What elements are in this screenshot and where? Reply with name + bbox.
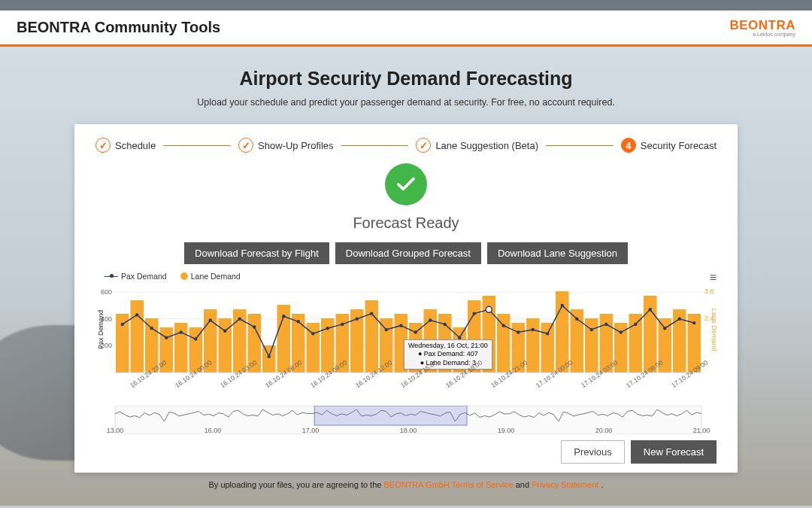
brand-name: BEONTRA bbox=[729, 19, 795, 32]
success-check-icon bbox=[385, 163, 427, 205]
tooltip-line: ● Pax Demand: 407 bbox=[408, 350, 488, 358]
svg-point-68 bbox=[385, 328, 388, 331]
svg-rect-36 bbox=[497, 314, 511, 373]
check-icon: ✓ bbox=[238, 138, 253, 153]
step-label: Show-Up Profiles bbox=[258, 140, 333, 151]
brand-tagline: a Leidos company bbox=[729, 32, 795, 37]
svg-text:18.00: 18.00 bbox=[400, 427, 417, 434]
svg-point-56 bbox=[209, 318, 212, 321]
previous-button[interactable]: Previous bbox=[561, 440, 625, 464]
svg-point-84 bbox=[620, 330, 623, 333]
step-label: Lane Suggestion (Beta) bbox=[435, 140, 538, 151]
svg-point-85 bbox=[634, 323, 637, 326]
check-icon: ✓ bbox=[416, 138, 431, 153]
chart-x-labels: 16.10.24 23:0016.10.24 00:0016.10.24 03:… bbox=[115, 383, 701, 404]
line-marker-icon bbox=[105, 273, 118, 279]
svg-point-62 bbox=[297, 320, 300, 323]
svg-text:21.00: 21.00 bbox=[693, 427, 710, 434]
svg-rect-39 bbox=[541, 323, 555, 373]
svg-point-54 bbox=[180, 330, 183, 333]
new-forecast-button[interactable]: New Forecast bbox=[631, 440, 717, 464]
check-icon: ✓ bbox=[95, 138, 111, 153]
legend-lane[interactable]: Lane Demand bbox=[180, 272, 241, 281]
disclaimer-text: By uploading your files, you are agreein… bbox=[208, 480, 383, 489]
privacy-link[interactable]: Privacy Statement bbox=[532, 480, 598, 489]
svg-text:Pax Demand: Pax Demand bbox=[97, 310, 105, 349]
svg-point-69 bbox=[399, 324, 402, 327]
hero-section: Airport Security Demand Forecasting Uplo… bbox=[0, 47, 812, 506]
chart-navigator[interactable]: 13.0016.0017.0018.0019.0020.0021.00 bbox=[95, 406, 717, 434]
disclaimer-text: and bbox=[516, 480, 532, 489]
svg-text:600: 600 bbox=[101, 288, 112, 296]
step-lane[interactable]: ✓ Lane Suggestion (Beta) bbox=[416, 138, 538, 153]
svg-point-89 bbox=[692, 321, 695, 324]
step-number-icon: 4 bbox=[621, 138, 636, 153]
tooltip-header: Wednesday, 16 Oct, 21:00 bbox=[408, 342, 488, 350]
bar-marker-icon bbox=[180, 272, 188, 280]
step-forecast[interactable]: 4 Security Forecast bbox=[621, 138, 717, 153]
svg-text:16.00: 16.00 bbox=[205, 427, 222, 434]
download-grouped-button[interactable]: Download Grouped Forecast bbox=[335, 242, 481, 264]
step-connector bbox=[163, 145, 231, 146]
app-title: BEONTRA Community Tools bbox=[17, 19, 220, 36]
download-lane-button[interactable]: Download Lane Suggestion bbox=[487, 242, 628, 264]
svg-point-66 bbox=[356, 318, 359, 321]
svg-point-65 bbox=[341, 323, 344, 326]
svg-text:13.00: 13.00 bbox=[107, 427, 124, 434]
ready-heading: Forecast Ready bbox=[95, 214, 717, 232]
svg-point-59 bbox=[253, 325, 256, 328]
svg-point-70 bbox=[414, 330, 417, 333]
svg-point-55 bbox=[194, 337, 197, 340]
svg-point-58 bbox=[238, 318, 241, 321]
svg-point-72 bbox=[444, 323, 447, 326]
step-schedule[interactable]: ✓ Schedule bbox=[95, 138, 156, 153]
terms-link[interactable]: BEONTRA GmbH Terms of Service bbox=[383, 480, 513, 489]
download-by-flight-button[interactable]: Download Forecast by Flight bbox=[184, 242, 329, 264]
svg-point-74 bbox=[473, 312, 476, 315]
legend-pax[interactable]: Pax Demand bbox=[105, 272, 167, 281]
svg-point-50 bbox=[121, 323, 124, 326]
svg-text:3.6: 3.6 bbox=[704, 287, 714, 295]
step-showup[interactable]: ✓ Show-Up Profiles bbox=[238, 138, 333, 153]
page-title: Airport Security Demand Forecasting bbox=[0, 68, 812, 90]
page-subtitle: Upload your schedule and predict your pa… bbox=[0, 97, 812, 108]
svg-point-67 bbox=[370, 312, 373, 315]
disclaimer: By uploading your files, you are agreein… bbox=[0, 480, 812, 489]
svg-point-76 bbox=[502, 324, 505, 327]
svg-point-79 bbox=[546, 332, 549, 335]
step-label: Security Forecast bbox=[641, 140, 717, 151]
svg-point-83 bbox=[604, 323, 607, 326]
app-header: BEONTRA Community Tools BEONTRA a Leidos… bbox=[0, 11, 812, 47]
svg-point-53 bbox=[165, 336, 168, 339]
disclaimer-text: . bbox=[601, 480, 603, 489]
chart-menu-icon[interactable]: ≡ bbox=[710, 272, 717, 284]
forecast-chart[interactable]: Pax Demand Lane Demand ≡ 2004006002.43.6… bbox=[95, 272, 717, 434]
svg-point-82 bbox=[590, 328, 593, 331]
chart-legend: Pax Demand Lane Demand ≡ bbox=[95, 272, 717, 281]
svg-point-87 bbox=[663, 327, 666, 330]
svg-point-81 bbox=[575, 318, 578, 321]
svg-text:19.00: 19.00 bbox=[498, 427, 515, 434]
svg-text:17.00: 17.00 bbox=[302, 427, 320, 434]
svg-point-64 bbox=[326, 327, 329, 330]
svg-point-63 bbox=[311, 332, 314, 335]
svg-point-86 bbox=[649, 308, 652, 311]
svg-point-91 bbox=[486, 306, 492, 312]
svg-point-80 bbox=[561, 304, 564, 307]
brand-logo: BEONTRA a Leidos company bbox=[729, 19, 795, 37]
svg-point-51 bbox=[135, 313, 138, 316]
svg-rect-27 bbox=[365, 300, 379, 373]
ready-block: Forecast Ready Download Forecast by Flig… bbox=[95, 163, 717, 264]
card-footer: Previous New Forecast bbox=[95, 440, 717, 464]
svg-point-71 bbox=[429, 318, 432, 321]
svg-point-61 bbox=[282, 315, 285, 318]
svg-point-60 bbox=[268, 354, 271, 357]
step-connector bbox=[341, 145, 409, 146]
stepper: ✓ Schedule ✓ Show-Up Profiles ✓ Lane Sug… bbox=[95, 138, 717, 153]
svg-text:20.00: 20.00 bbox=[595, 427, 613, 434]
svg-point-57 bbox=[223, 330, 226, 333]
legend-label: Pax Demand bbox=[121, 272, 167, 281]
svg-rect-20 bbox=[262, 345, 276, 373]
svg-text:Lane Demand: Lane Demand bbox=[710, 309, 717, 351]
svg-point-88 bbox=[678, 318, 681, 321]
